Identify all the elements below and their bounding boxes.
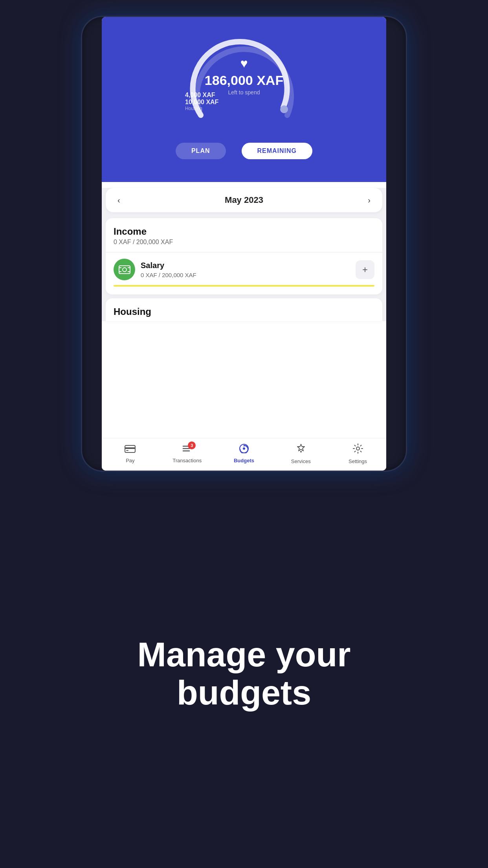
toggle-buttons: PLAN REMAINING [176,143,312,159]
income-amount: 0 XAF / 200,000 XAF [114,239,374,246]
transactions-label: Transactions [172,458,202,463]
svg-rect-1 [119,266,130,274]
remaining-button[interactable]: REMAINING [242,143,313,159]
budgets-icon [238,444,250,456]
budget-subtitle: Left to spend [228,89,260,96]
services-label: Services [291,458,311,464]
pay-icon [125,444,136,456]
tagline-area: Manage your budgets [0,472,488,868]
salary-icon [114,259,135,280]
budget-header: ♥ 186,000 XAF Left to spend 4,000 XAF 10… [102,17,386,182]
services-icon [295,445,306,456]
salary-row: Salary 0 XAF / 200,000 XAF + [114,259,374,280]
svg-point-0 [280,105,288,113]
pay-label: Pay [126,458,134,463]
svg-point-2 [123,268,127,272]
settings-label: Settings [349,458,367,464]
next-month-button[interactable]: › [364,196,374,205]
nav-pay[interactable]: Pay [102,444,159,463]
budget-amount: 186,000 XAF [205,73,283,88]
money-icon [119,265,130,274]
heart-icon: ♥ [240,56,248,71]
transactions-icon-wrap: 3 [182,444,193,456]
gauge-value2: 10,000 XAF [185,99,218,106]
salary-progress-bar [114,285,374,287]
nav-services[interactable]: Services [272,443,329,464]
nav-budgets[interactable]: Budgets [216,444,273,463]
bottom-navigation: Pay 3 Transactions [102,438,386,471]
tagline-line1: Manage your [138,635,351,674]
plan-button[interactable]: PLAN [176,143,226,159]
gauge-category: Housing [185,106,218,111]
svg-point-14 [243,447,245,450]
housing-title: Housing [114,306,374,317]
svg-point-17 [356,447,360,450]
svg-point-16 [300,451,302,452]
svg-rect-9 [126,450,128,451]
current-month: May 2023 [225,195,263,205]
pay-icon-wrap [125,444,136,456]
gauge-container: ♥ 186,000 XAF Left to spend 4,000 XAF 10… [189,29,299,131]
svg-rect-8 [125,447,135,449]
prev-month-button[interactable]: ‹ [114,196,124,205]
services-icon-wrap [295,443,306,457]
transactions-badge: 3 [188,441,196,449]
salary-amount: 0 XAF / 200,000 XAF [141,272,350,278]
tagline-text: Manage your budgets [138,636,351,712]
add-salary-button[interactable]: + [356,260,374,279]
settings-icon [352,445,363,456]
month-navigator: ‹ May 2023 › [106,188,382,212]
settings-icon-wrap [352,443,363,457]
tagline-line2: budgets [177,673,311,712]
housing-section: Housing [106,298,382,321]
nav-transactions[interactable]: 3 Transactions [159,444,216,463]
budgets-label: Budgets [234,458,254,463]
income-section: Income 0 XAF / 200,000 XAF [106,218,382,294]
gauge-center: ♥ 186,000 XAF Left to spend [205,56,283,96]
content-area: ‹ May 2023 › Income 0 XAF / 200,000 XAF [102,188,386,321]
salary-info: Salary 0 XAF / 200,000 XAF [141,261,350,278]
income-title: Income [114,226,374,237]
nav-settings[interactable]: Settings [329,443,386,464]
phone-frame: ♥ 186,000 XAF Left to spend 4,000 XAF 10… [81,16,407,472]
salary-name: Salary [141,261,350,270]
income-divider [106,252,382,252]
phone-screen: ♥ 186,000 XAF Left to spend 4,000 XAF 10… [102,17,386,471]
budgets-icon-wrap [238,444,250,456]
